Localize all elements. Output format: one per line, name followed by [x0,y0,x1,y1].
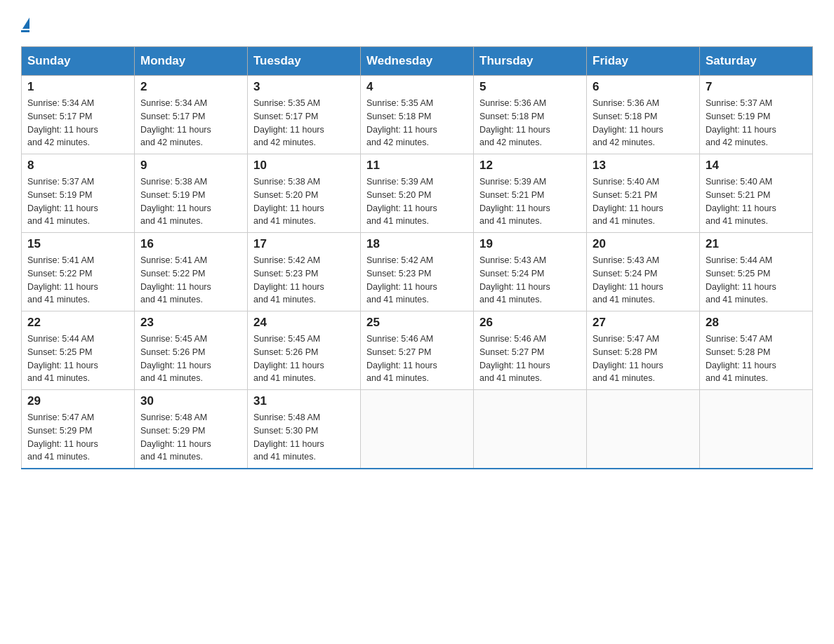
day-number: 28 [706,316,807,330]
day-number: 18 [366,237,468,251]
calendar-cell: 24Sunrise: 5:45 AMSunset: 5:26 PMDayligh… [248,311,361,390]
day-info: Sunrise: 5:38 AMSunset: 5:20 PMDaylight:… [253,175,355,228]
calendar-cell: 30Sunrise: 5:48 AMSunset: 5:29 PMDayligh… [135,390,248,469]
day-info: Sunrise: 5:47 AMSunset: 5:28 PMDaylight:… [706,333,807,385]
day-number: 16 [140,237,241,251]
calendar-cell: 6Sunrise: 5:36 AMSunset: 5:18 PMDaylight… [587,76,700,154]
day-info: Sunrise: 5:47 AMSunset: 5:28 PMDaylight:… [593,333,694,385]
calendar-cell: 27Sunrise: 5:47 AMSunset: 5:28 PMDayligh… [587,311,700,390]
day-info: Sunrise: 5:38 AMSunset: 5:19 PMDaylight:… [140,175,241,228]
calendar-cell: 17Sunrise: 5:42 AMSunset: 5:23 PMDayligh… [248,233,361,311]
day-number: 7 [706,80,807,94]
day-number: 24 [253,316,355,330]
day-info: Sunrise: 5:42 AMSunset: 5:23 PMDaylight:… [253,254,355,307]
logo-triangle-icon [22,18,29,29]
day-info: Sunrise: 5:48 AMSunset: 5:29 PMDaylight:… [140,411,241,464]
week-row-4: 22Sunrise: 5:44 AMSunset: 5:25 PMDayligh… [22,311,813,390]
day-number: 21 [706,237,807,251]
day-number: 10 [253,159,355,173]
day-info: Sunrise: 5:44 AMSunset: 5:25 PMDaylight:… [706,254,807,307]
day-info: Sunrise: 5:43 AMSunset: 5:24 PMDaylight:… [593,254,694,307]
day-info: Sunrise: 5:46 AMSunset: 5:27 PMDaylight:… [366,333,468,385]
calendar-cell: 26Sunrise: 5:46 AMSunset: 5:27 PMDayligh… [474,311,587,390]
day-info: Sunrise: 5:48 AMSunset: 5:30 PMDaylight:… [253,411,355,464]
page-header [21,14,813,32]
calendar-header-row: SundayMondayTuesdayWednesdayThursdayFrid… [22,47,813,76]
calendar-cell: 28Sunrise: 5:47 AMSunset: 5:28 PMDayligh… [700,311,813,390]
day-number: 19 [479,237,581,251]
calendar-cell: 1Sunrise: 5:34 AMSunset: 5:17 PMDaylight… [22,76,135,154]
calendar-cell: 11Sunrise: 5:39 AMSunset: 5:20 PMDayligh… [361,154,474,233]
day-info: Sunrise: 5:39 AMSunset: 5:20 PMDaylight:… [366,175,468,228]
day-number: 29 [27,394,128,408]
header-tuesday: Tuesday [248,47,361,76]
header-thursday: Thursday [474,47,587,76]
day-info: Sunrise: 5:43 AMSunset: 5:24 PMDaylight:… [479,254,581,307]
day-info: Sunrise: 5:36 AMSunset: 5:18 PMDaylight:… [593,97,694,149]
day-info: Sunrise: 5:34 AMSunset: 5:17 PMDaylight:… [27,97,128,149]
calendar-cell: 31Sunrise: 5:48 AMSunset: 5:30 PMDayligh… [248,390,361,469]
day-info: Sunrise: 5:40 AMSunset: 5:21 PMDaylight:… [593,175,694,228]
day-number: 3 [253,80,355,94]
day-info: Sunrise: 5:47 AMSunset: 5:29 PMDaylight:… [27,411,128,464]
day-number: 27 [593,316,694,330]
day-info: Sunrise: 5:45 AMSunset: 5:26 PMDaylight:… [253,333,355,385]
calendar-cell: 8Sunrise: 5:37 AMSunset: 5:19 PMDaylight… [22,154,135,233]
week-row-1: 1Sunrise: 5:34 AMSunset: 5:17 PMDaylight… [22,76,813,154]
day-number: 25 [366,316,468,330]
header-monday: Monday [135,47,248,76]
week-row-5: 29Sunrise: 5:47 AMSunset: 5:29 PMDayligh… [22,390,813,469]
calendar-cell: 29Sunrise: 5:47 AMSunset: 5:29 PMDayligh… [22,390,135,469]
logo [21,14,29,32]
calendar-cell: 25Sunrise: 5:46 AMSunset: 5:27 PMDayligh… [361,311,474,390]
day-number: 11 [366,159,468,173]
calendar-cell: 7Sunrise: 5:37 AMSunset: 5:19 PMDaylight… [700,76,813,154]
calendar-cell: 14Sunrise: 5:40 AMSunset: 5:21 PMDayligh… [700,154,813,233]
day-number: 31 [253,394,355,408]
day-number: 12 [479,159,581,173]
calendar-cell: 19Sunrise: 5:43 AMSunset: 5:24 PMDayligh… [474,233,587,311]
day-number: 13 [593,159,694,173]
day-info: Sunrise: 5:37 AMSunset: 5:19 PMDaylight:… [27,175,128,228]
day-number: 9 [140,159,241,173]
day-info: Sunrise: 5:37 AMSunset: 5:19 PMDaylight:… [706,97,807,149]
day-number: 22 [27,316,128,330]
day-number: 26 [479,316,581,330]
day-number: 5 [479,80,581,94]
day-number: 14 [706,159,807,173]
day-info: Sunrise: 5:46 AMSunset: 5:27 PMDaylight:… [479,333,581,385]
calendar-cell: 18Sunrise: 5:42 AMSunset: 5:23 PMDayligh… [361,233,474,311]
day-info: Sunrise: 5:35 AMSunset: 5:18 PMDaylight:… [366,97,468,149]
header-friday: Friday [587,47,700,76]
calendar-cell: 21Sunrise: 5:44 AMSunset: 5:25 PMDayligh… [700,233,813,311]
calendar-cell [700,390,813,469]
header-saturday: Saturday [700,47,813,76]
day-number: 30 [140,394,241,408]
calendar-cell: 2Sunrise: 5:34 AMSunset: 5:17 PMDaylight… [135,76,248,154]
day-info: Sunrise: 5:41 AMSunset: 5:22 PMDaylight:… [27,254,128,307]
day-number: 15 [27,237,128,251]
day-number: 4 [366,80,468,94]
calendar-cell: 4Sunrise: 5:35 AMSunset: 5:18 PMDaylight… [361,76,474,154]
calendar-cell: 15Sunrise: 5:41 AMSunset: 5:22 PMDayligh… [22,233,135,311]
calendar-cell [587,390,700,469]
calendar-cell: 13Sunrise: 5:40 AMSunset: 5:21 PMDayligh… [587,154,700,233]
calendar-cell: 22Sunrise: 5:44 AMSunset: 5:25 PMDayligh… [22,311,135,390]
header-sunday: Sunday [22,47,135,76]
calendar-cell [361,390,474,469]
logo-divider [21,30,29,32]
calendar-cell: 3Sunrise: 5:35 AMSunset: 5:17 PMDaylight… [248,76,361,154]
day-number: 20 [593,237,694,251]
header-wednesday: Wednesday [361,47,474,76]
day-number: 6 [593,80,694,94]
day-number: 1 [27,80,128,94]
calendar-cell: 16Sunrise: 5:41 AMSunset: 5:22 PMDayligh… [135,233,248,311]
calendar-cell: 23Sunrise: 5:45 AMSunset: 5:26 PMDayligh… [135,311,248,390]
day-number: 17 [253,237,355,251]
calendar-cell: 9Sunrise: 5:38 AMSunset: 5:19 PMDaylight… [135,154,248,233]
calendar-cell: 20Sunrise: 5:43 AMSunset: 5:24 PMDayligh… [587,233,700,311]
day-number: 8 [27,159,128,173]
day-info: Sunrise: 5:36 AMSunset: 5:18 PMDaylight:… [479,97,581,149]
week-row-3: 15Sunrise: 5:41 AMSunset: 5:22 PMDayligh… [22,233,813,311]
day-info: Sunrise: 5:39 AMSunset: 5:21 PMDaylight:… [479,175,581,228]
